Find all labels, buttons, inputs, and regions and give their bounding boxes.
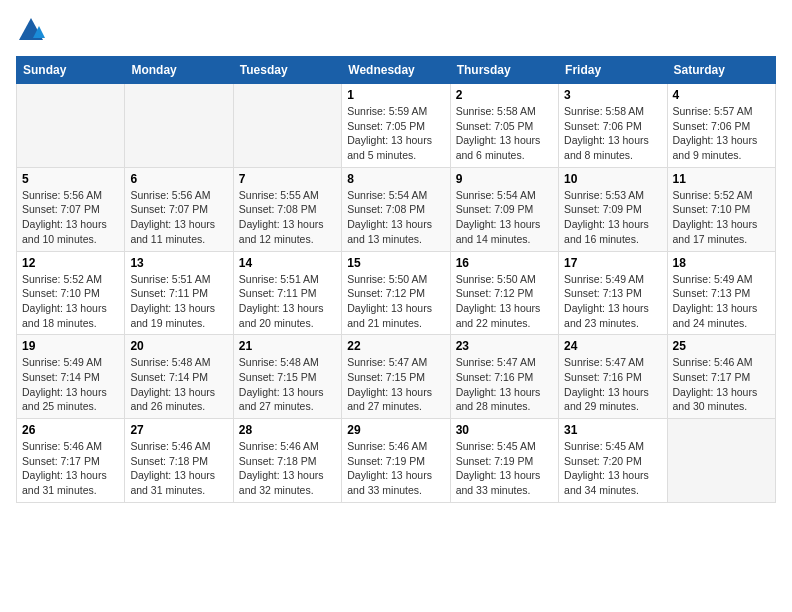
day-info: Sunrise: 5:50 AMSunset: 7:12 PMDaylight:… [347,272,444,331]
calendar-cell: 13Sunrise: 5:51 AMSunset: 7:11 PMDayligh… [125,251,233,335]
day-info: Sunrise: 5:57 AMSunset: 7:06 PMDaylight:… [673,104,770,163]
day-number: 26 [22,423,119,437]
calendar-week-row: 26Sunrise: 5:46 AMSunset: 7:17 PMDayligh… [17,419,776,503]
column-header-tuesday: Tuesday [233,57,341,84]
day-info: Sunrise: 5:45 AMSunset: 7:19 PMDaylight:… [456,439,553,498]
day-number: 19 [22,339,119,353]
calendar-week-row: 19Sunrise: 5:49 AMSunset: 7:14 PMDayligh… [17,335,776,419]
calendar-cell: 11Sunrise: 5:52 AMSunset: 7:10 PMDayligh… [667,167,775,251]
calendar-cell: 16Sunrise: 5:50 AMSunset: 7:12 PMDayligh… [450,251,558,335]
calendar-cell: 15Sunrise: 5:50 AMSunset: 7:12 PMDayligh… [342,251,450,335]
calendar-cell: 10Sunrise: 5:53 AMSunset: 7:09 PMDayligh… [559,167,667,251]
day-number: 20 [130,339,227,353]
calendar-cell: 27Sunrise: 5:46 AMSunset: 7:18 PMDayligh… [125,419,233,503]
day-number: 11 [673,172,770,186]
day-number: 29 [347,423,444,437]
calendar-cell: 23Sunrise: 5:47 AMSunset: 7:16 PMDayligh… [450,335,558,419]
day-number: 28 [239,423,336,437]
day-info: Sunrise: 5:49 AMSunset: 7:13 PMDaylight:… [564,272,661,331]
day-number: 24 [564,339,661,353]
day-info: Sunrise: 5:45 AMSunset: 7:20 PMDaylight:… [564,439,661,498]
day-info: Sunrise: 5:52 AMSunset: 7:10 PMDaylight:… [673,188,770,247]
day-number: 18 [673,256,770,270]
calendar-cell: 28Sunrise: 5:46 AMSunset: 7:18 PMDayligh… [233,419,341,503]
day-number: 16 [456,256,553,270]
calendar-cell: 2Sunrise: 5:58 AMSunset: 7:05 PMDaylight… [450,84,558,168]
day-number: 3 [564,88,661,102]
day-number: 31 [564,423,661,437]
day-info: Sunrise: 5:53 AMSunset: 7:09 PMDaylight:… [564,188,661,247]
column-header-saturday: Saturday [667,57,775,84]
day-info: Sunrise: 5:56 AMSunset: 7:07 PMDaylight:… [22,188,119,247]
day-number: 13 [130,256,227,270]
day-info: Sunrise: 5:52 AMSunset: 7:10 PMDaylight:… [22,272,119,331]
day-info: Sunrise: 5:58 AMSunset: 7:05 PMDaylight:… [456,104,553,163]
day-number: 10 [564,172,661,186]
day-number: 1 [347,88,444,102]
day-info: Sunrise: 5:54 AMSunset: 7:08 PMDaylight:… [347,188,444,247]
day-info: Sunrise: 5:48 AMSunset: 7:15 PMDaylight:… [239,355,336,414]
calendar-cell: 20Sunrise: 5:48 AMSunset: 7:14 PMDayligh… [125,335,233,419]
day-info: Sunrise: 5:46 AMSunset: 7:18 PMDaylight:… [239,439,336,498]
day-number: 22 [347,339,444,353]
day-info: Sunrise: 5:47 AMSunset: 7:16 PMDaylight:… [456,355,553,414]
day-number: 23 [456,339,553,353]
day-number: 5 [22,172,119,186]
column-header-sunday: Sunday [17,57,125,84]
day-info: Sunrise: 5:58 AMSunset: 7:06 PMDaylight:… [564,104,661,163]
day-info: Sunrise: 5:46 AMSunset: 7:19 PMDaylight:… [347,439,444,498]
day-number: 4 [673,88,770,102]
day-number: 21 [239,339,336,353]
calendar-week-row: 5Sunrise: 5:56 AMSunset: 7:07 PMDaylight… [17,167,776,251]
day-number: 7 [239,172,336,186]
calendar-cell: 1Sunrise: 5:59 AMSunset: 7:05 PMDaylight… [342,84,450,168]
calendar-cell: 18Sunrise: 5:49 AMSunset: 7:13 PMDayligh… [667,251,775,335]
day-info: Sunrise: 5:56 AMSunset: 7:07 PMDaylight:… [130,188,227,247]
calendar-cell: 24Sunrise: 5:47 AMSunset: 7:16 PMDayligh… [559,335,667,419]
day-number: 14 [239,256,336,270]
calendar-cell: 3Sunrise: 5:58 AMSunset: 7:06 PMDaylight… [559,84,667,168]
day-number: 9 [456,172,553,186]
column-header-wednesday: Wednesday [342,57,450,84]
calendar-cell: 25Sunrise: 5:46 AMSunset: 7:17 PMDayligh… [667,335,775,419]
calendar-cell: 26Sunrise: 5:46 AMSunset: 7:17 PMDayligh… [17,419,125,503]
calendar-cell: 30Sunrise: 5:45 AMSunset: 7:19 PMDayligh… [450,419,558,503]
day-number: 25 [673,339,770,353]
day-number: 17 [564,256,661,270]
calendar-week-row: 12Sunrise: 5:52 AMSunset: 7:10 PMDayligh… [17,251,776,335]
day-info: Sunrise: 5:54 AMSunset: 7:09 PMDaylight:… [456,188,553,247]
day-number: 12 [22,256,119,270]
day-info: Sunrise: 5:47 AMSunset: 7:16 PMDaylight:… [564,355,661,414]
day-number: 6 [130,172,227,186]
calendar-cell: 31Sunrise: 5:45 AMSunset: 7:20 PMDayligh… [559,419,667,503]
day-info: Sunrise: 5:46 AMSunset: 7:18 PMDaylight:… [130,439,227,498]
calendar-cell [125,84,233,168]
column-header-monday: Monday [125,57,233,84]
calendar-table: SundayMondayTuesdayWednesdayThursdayFrid… [16,56,776,503]
calendar-cell: 5Sunrise: 5:56 AMSunset: 7:07 PMDaylight… [17,167,125,251]
calendar-cell: 17Sunrise: 5:49 AMSunset: 7:13 PMDayligh… [559,251,667,335]
day-info: Sunrise: 5:50 AMSunset: 7:12 PMDaylight:… [456,272,553,331]
calendar-cell: 9Sunrise: 5:54 AMSunset: 7:09 PMDaylight… [450,167,558,251]
calendar-cell [17,84,125,168]
page-header [16,16,776,44]
calendar-header-row: SundayMondayTuesdayWednesdayThursdayFrid… [17,57,776,84]
calendar-cell: 8Sunrise: 5:54 AMSunset: 7:08 PMDaylight… [342,167,450,251]
calendar-cell: 19Sunrise: 5:49 AMSunset: 7:14 PMDayligh… [17,335,125,419]
calendar-cell: 29Sunrise: 5:46 AMSunset: 7:19 PMDayligh… [342,419,450,503]
day-info: Sunrise: 5:51 AMSunset: 7:11 PMDaylight:… [130,272,227,331]
calendar-cell [667,419,775,503]
day-number: 2 [456,88,553,102]
day-info: Sunrise: 5:59 AMSunset: 7:05 PMDaylight:… [347,104,444,163]
logo [16,16,46,44]
day-info: Sunrise: 5:47 AMSunset: 7:15 PMDaylight:… [347,355,444,414]
day-number: 30 [456,423,553,437]
calendar-cell: 6Sunrise: 5:56 AMSunset: 7:07 PMDaylight… [125,167,233,251]
day-info: Sunrise: 5:46 AMSunset: 7:17 PMDaylight:… [22,439,119,498]
calendar-cell: 21Sunrise: 5:48 AMSunset: 7:15 PMDayligh… [233,335,341,419]
day-info: Sunrise: 5:55 AMSunset: 7:08 PMDaylight:… [239,188,336,247]
day-number: 8 [347,172,444,186]
calendar-cell: 22Sunrise: 5:47 AMSunset: 7:15 PMDayligh… [342,335,450,419]
column-header-thursday: Thursday [450,57,558,84]
day-info: Sunrise: 5:49 AMSunset: 7:14 PMDaylight:… [22,355,119,414]
